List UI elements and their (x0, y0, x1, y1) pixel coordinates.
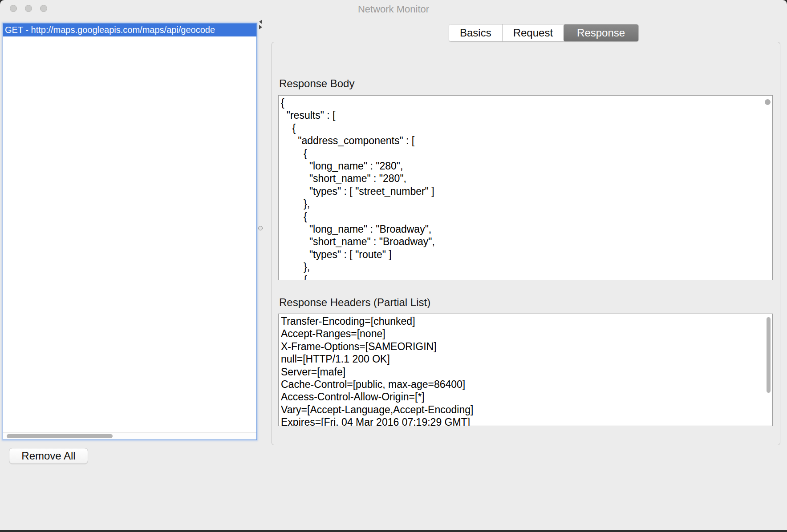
response-headers-scrollbar[interactable] (765, 314, 772, 426)
remove-all-button[interactable]: Remove All (9, 448, 88, 464)
request-list-item[interactable]: GET - http://maps.googleapis.com/maps/ap… (3, 24, 256, 36)
title-bar[interactable]: Network Monitor (0, 0, 787, 18)
response-headers-scrollbar-thumb[interactable] (767, 317, 771, 393)
response-body-textarea[interactable]: { "results" : [ { "address_components" :… (278, 95, 773, 280)
tab-bar: Basics Request Response (449, 24, 639, 42)
request-list[interactable]: GET - http://maps.googleapis.com/maps/ap… (3, 23, 257, 440)
collapse-left-arrow-icon[interactable] (259, 20, 262, 24)
horizontal-scrollbar-thumb[interactable] (7, 434, 113, 438)
response-headers-label: Response Headers (Partial List) (279, 296, 430, 309)
split-pane-divider[interactable] (257, 18, 272, 440)
response-headers-text: Transfer-Encoding=[chunked] Accept-Range… (279, 314, 772, 426)
tab-basics[interactable]: Basics (449, 24, 502, 41)
tab-request[interactable]: Request (502, 24, 564, 41)
request-list-horizontal-scrollbar[interactable] (3, 432, 256, 439)
response-body-scrollbar-thumb[interactable] (765, 99, 771, 105)
response-body-label: Response Body (279, 77, 354, 90)
expand-right-arrow-icon[interactable] (259, 25, 262, 29)
screen-background: Network Monitor GET - http://maps.google… (0, 0, 787, 532)
response-body-text: { "results" : [ { "address_components" :… (279, 96, 772, 280)
window-title: Network Monitor (0, 0, 787, 18)
response-headers-textarea[interactable]: Transfer-Encoding=[chunked] Accept-Range… (278, 314, 773, 426)
network-monitor-window: Network Monitor GET - http://maps.google… (0, 0, 787, 530)
tab-response[interactable]: Response (564, 24, 638, 41)
divider-knob-icon[interactable] (258, 226, 263, 230)
